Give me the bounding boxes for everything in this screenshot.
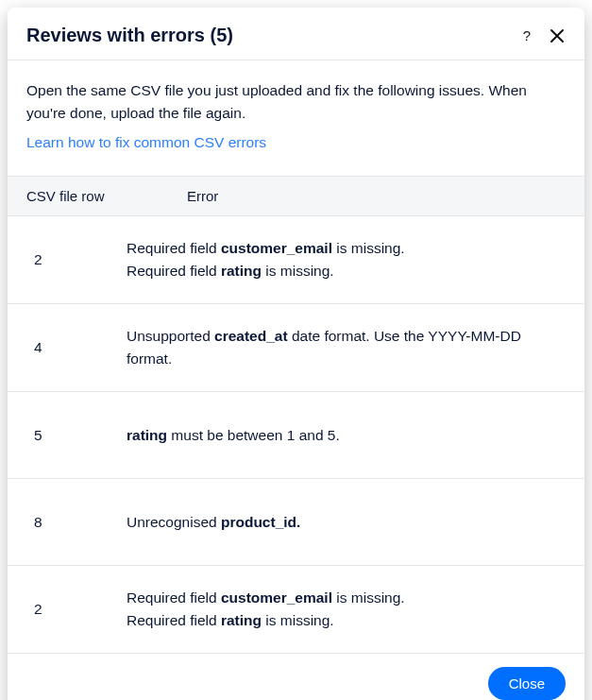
table-row: 8Unrecognised product_id. xyxy=(8,479,584,566)
row-number: 2 xyxy=(8,601,121,618)
row-number: 8 xyxy=(8,514,121,531)
error-line: Required field rating is missing. xyxy=(127,609,558,632)
modal-title: Reviews with errors (5) xyxy=(26,25,233,46)
table-body: 2Required field customer_email is missin… xyxy=(8,216,584,654)
close-icon[interactable] xyxy=(549,27,566,44)
col-header-error: Error xyxy=(121,188,584,204)
modal-header: Reviews with errors (5) ? xyxy=(8,8,584,60)
error-line: Required field customer_email is missing… xyxy=(127,237,558,260)
error-modal: Reviews with errors (5) ? Open the same … xyxy=(8,8,584,700)
close-button[interactable]: Close xyxy=(488,667,566,700)
help-icon[interactable]: ? xyxy=(518,27,535,44)
header-actions: ? xyxy=(518,27,566,44)
learn-link[interactable]: Learn how to fix common CSV errors xyxy=(26,134,266,150)
row-error: Required field customer_email is missing… xyxy=(121,587,584,632)
intro-section: Open the same CSV file you just uploaded… xyxy=(8,60,584,176)
error-line: Required field rating is missing. xyxy=(127,260,558,282)
row-number: 2 xyxy=(8,251,121,268)
table-row: 2Required field customer_email is missin… xyxy=(8,216,584,304)
row-error: Unrecognised product_id. xyxy=(121,511,584,534)
row-number: 4 xyxy=(8,339,121,356)
error-line: Required field customer_email is missing… xyxy=(127,587,558,609)
modal-footer: Close xyxy=(8,654,584,700)
table-row: 5rating must be between 1 and 5. xyxy=(8,392,584,479)
table-row: 4Unsupported created_at date format. Use… xyxy=(8,304,584,392)
error-line: Unsupported created_at date format. Use … xyxy=(127,325,558,370)
intro-text: Open the same CSV file you just uploaded… xyxy=(26,79,564,125)
col-header-row: CSV file row xyxy=(8,188,121,204)
error-line: rating must be between 1 and 5. xyxy=(127,424,558,447)
row-error: Required field customer_email is missing… xyxy=(121,237,584,282)
row-number: 5 xyxy=(8,427,121,444)
table-row: 2Required field customer_email is missin… xyxy=(8,566,584,654)
error-line: Unrecognised product_id. xyxy=(127,511,558,534)
table-header: CSV file row Error xyxy=(8,176,584,216)
row-error: Unsupported created_at date format. Use … xyxy=(121,325,584,370)
row-error: rating must be between 1 and 5. xyxy=(121,424,584,447)
